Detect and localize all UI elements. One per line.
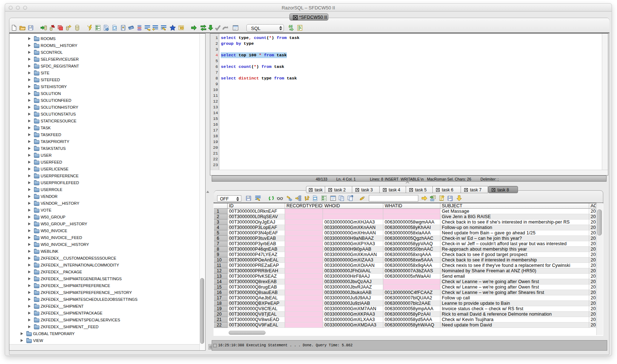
svg-text:66: 66: [289, 25, 293, 29]
